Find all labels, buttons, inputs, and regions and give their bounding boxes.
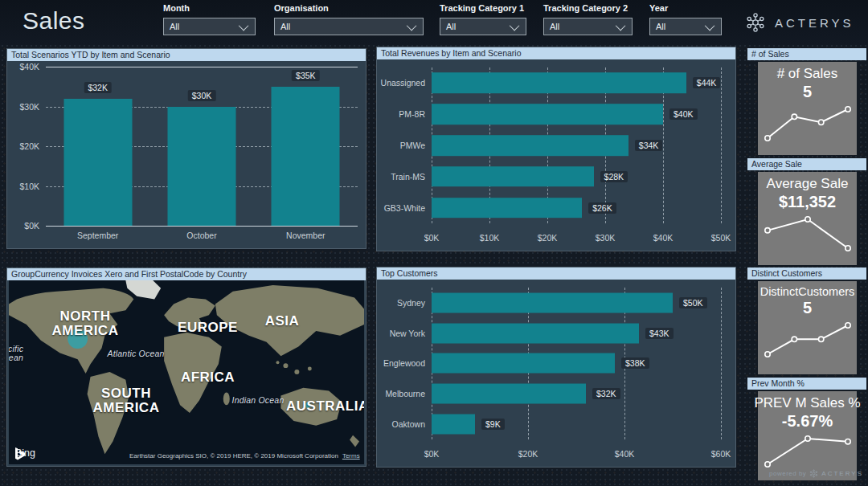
bar-pm-8r[interactable] (432, 104, 663, 125)
sales-dashboard: Sales Month All Organisation All Trackin… (0, 0, 868, 486)
y-axis-tick: $40K (19, 62, 39, 71)
bar-oaktown[interactable] (432, 415, 475, 435)
filter-organisation-label: Organisation (274, 2, 424, 14)
panel-map: GroupCurrency Invoices Xero and First Po… (6, 268, 366, 467)
year-dropdown[interactable]: All (649, 18, 722, 35)
tracking-category-1-dropdown[interactable]: All (440, 18, 526, 35)
chevron-down-icon (705, 20, 715, 31)
bar-row: Unassigned$44K (432, 67, 721, 99)
bar-unassigned[interactable] (432, 73, 686, 94)
bars-area: Unassigned$44KPM-8R$40KPMWe$34KTrain-MS$… (432, 67, 721, 223)
bar-november[interactable] (272, 87, 340, 226)
x-axis-tick: $30K (596, 233, 616, 243)
bar-englewood[interactable] (432, 353, 615, 374)
bar-row: Englewood$38K (432, 349, 721, 379)
bar-slot: $35K (254, 67, 358, 226)
data-label: $30K (188, 90, 216, 101)
x-axis-tick: $0K (424, 449, 440, 459)
bar-row: Sydney$50K (432, 288, 721, 318)
island (276, 361, 279, 364)
map-label-africa: AFRICA (178, 370, 238, 385)
bing-logo[interactable]: Bing (15, 447, 35, 459)
bar-new-york[interactable] (432, 323, 639, 343)
x-axis-tick: $20K (538, 233, 558, 243)
acterys-logo-icon (809, 469, 818, 478)
bar-melbourne[interactable] (432, 384, 586, 404)
data-label: $43K (645, 328, 674, 339)
top-bar (0, 0, 868, 45)
data-label: $9K (481, 419, 505, 430)
kpi-title: DistinctCustomers (760, 285, 855, 298)
category-label: New York (390, 329, 425, 338)
sparkline (758, 103, 858, 145)
bar-gb3-white[interactable] (432, 198, 582, 218)
bing-logo-icon (15, 447, 26, 460)
bar-sydney[interactable] (432, 292, 673, 312)
month-dropdown[interactable]: All (163, 18, 256, 35)
bar-train-ms[interactable] (432, 166, 594, 187)
powered-by-brand: ACTERYS (821, 470, 863, 477)
filter-month-label: Month (163, 2, 256, 14)
chevron-down-icon (510, 20, 520, 31)
x-axis-label: November (254, 231, 358, 243)
month-dropdown-value: All (170, 22, 179, 31)
column-chart-x-axis: SeptemberOctoberNovember (46, 231, 358, 243)
category-label: Englewood (383, 358, 425, 368)
filter-tracking-category-2-label: Tracking Category 2 (543, 2, 633, 14)
kpi-value: $11,352 (779, 193, 836, 211)
tracking-category-1-dropdown-value: All (446, 22, 456, 31)
bar-slot: $32K (46, 67, 149, 226)
bar-row: PM-8R$40K (432, 99, 721, 130)
category-label: PMWe (400, 141, 425, 150)
map-label-south-america: SOUTH AMERICA (83, 386, 170, 415)
terms-link[interactable]: Terms (342, 452, 360, 459)
kpi-value: 5 (803, 83, 812, 101)
data-label: $50K (679, 297, 707, 308)
panel-header-total-revenues: Total Revenues by Item and Scenario (377, 47, 735, 59)
powered-by-label: powered by (769, 470, 806, 477)
x-axis-tick: $60K (711, 449, 731, 459)
x-axis-tick: $20K (518, 449, 538, 459)
kpi-value: 5 (803, 299, 812, 317)
world-map[interactable]: NORTH AMERICA EUROPE ASIA AFRICA SOUTH A… (9, 280, 364, 464)
x-axis-tick: $40K (653, 233, 674, 243)
kpi-header-distinct-customers: Distinct Customers (747, 268, 866, 280)
revenues-bar-chart: Unassigned$44KPM-8R$40KPMWe$34KTrain-MS$… (377, 59, 735, 251)
tracking-category-2-dropdown-value: All (550, 22, 559, 31)
bar-september[interactable] (63, 99, 132, 226)
column-chart-plot: $40K$30K$20K$10K$0K$32K$30K$35K (46, 67, 358, 226)
panel-header-total-scenarios: Total Scenarios YTD by Item and Scenario (7, 49, 366, 61)
bar-row: PMWe$34K (432, 130, 721, 161)
panel-header-top-customers: Top Customers (377, 268, 735, 280)
gridline (721, 67, 722, 223)
tracking-category-2-dropdown[interactable]: All (543, 18, 633, 35)
chevron-down-icon (616, 20, 626, 31)
island (283, 363, 288, 368)
filter-tracking-category-2: Tracking Category 2 All (543, 2, 633, 35)
data-label: $32K (592, 388, 620, 399)
map-label-europe: EUROPE (174, 321, 242, 335)
category-label: Unassigned (381, 78, 425, 88)
data-label: $28K (600, 171, 628, 182)
y-axis-tick: $0K (24, 221, 39, 231)
kpi-card-num-sales: # of Sales # of Sales 5 (747, 48, 866, 155)
map-label-asia: ASIA (254, 314, 310, 329)
bar-october[interactable] (167, 107, 235, 227)
bar-row: Oaktown$9K (432, 409, 721, 439)
category-label: Oaktown (392, 419, 425, 429)
map-label-indian-ocean: Indian Ocean (230, 396, 286, 405)
gridline (721, 288, 722, 439)
bar-pmwe[interactable] (432, 135, 628, 156)
panel-total-scenarios-ytd: Total Scenarios YTD by Item and Scenario… (6, 48, 366, 249)
data-label: $32K (84, 82, 112, 93)
y-axis-tick: $30K (19, 102, 39, 112)
island (308, 367, 312, 371)
filter-tracking-category-1: Tracking Category 1 All (440, 2, 526, 35)
bar-row: GB3-White$26K (432, 192, 721, 223)
organisation-dropdown[interactable]: All (274, 18, 424, 35)
filter-year-label: Year (649, 2, 722, 14)
bars-area: Sydney$50KNew York$43KEnglewood$38KMelbo… (432, 288, 721, 439)
acterys-logo-icon (743, 10, 768, 35)
kpi-header-num-sales: # of Sales (747, 48, 866, 60)
map-label-atlantic-ocean: Atlantic Ocean (104, 349, 168, 358)
